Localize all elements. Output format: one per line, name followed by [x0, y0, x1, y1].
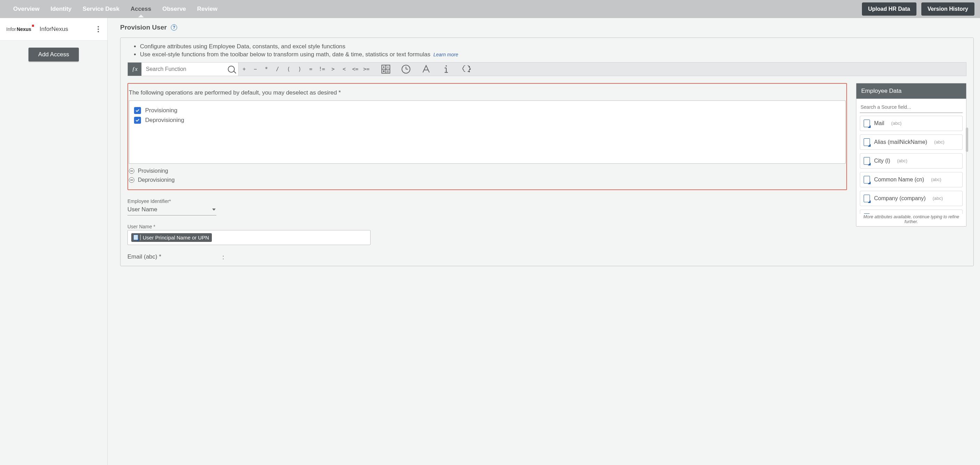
checkbox-label: Provisioning: [145, 107, 177, 114]
emp-item-type: (abc): [897, 158, 907, 163]
learn-more-link[interactable]: Learn more: [433, 52, 458, 58]
operators: + − * / ( ) = != > < <= >=: [239, 62, 372, 76]
op-gt[interactable]: >: [328, 66, 339, 72]
scrollbar-thumb[interactable]: [966, 128, 968, 152]
emp-item-name: Common Name (cn): [874, 177, 924, 183]
function-search-input[interactable]: [142, 62, 228, 76]
employee-identifier-select[interactable]: User Name: [127, 205, 216, 216]
emp-item-mail[interactable]: Mail (abc): [860, 116, 963, 131]
checkbox-deprovisioning[interactable]: Deprovisioning: [134, 115, 840, 125]
nav-tabs: Overview Identity Service Desk Access Ob…: [8, 1, 860, 18]
attribute-icon: [864, 213, 870, 214]
employee-data-footer: More attributes available, continue typi…: [856, 214, 966, 226]
remove-icon: [129, 177, 134, 183]
tab-access[interactable]: Access: [126, 1, 156, 18]
op-lte[interactable]: <=: [350, 66, 361, 72]
version-history-button[interactable]: Version History: [921, 2, 974, 16]
fx-icon: ƒx: [128, 62, 142, 76]
op-neq[interactable]: !=: [317, 66, 328, 72]
employee-data-search-input[interactable]: [860, 102, 963, 113]
attribute-icon: [134, 235, 138, 240]
checkbox-icon: [134, 107, 141, 114]
op-mult[interactable]: *: [261, 66, 272, 72]
info-icon[interactable]: [441, 64, 451, 74]
info-line-2: Use excel-style functions from the toolb…: [140, 51, 966, 59]
operations-checkbox-area: Provisioning Deprovisioning: [129, 101, 846, 164]
employee-identifier-label: Employee Identifier*: [127, 198, 847, 204]
math-grid-icon[interactable]: [381, 64, 391, 74]
logo-dot-icon: [32, 25, 34, 27]
svg-point-18: [469, 66, 469, 67]
attribute-icon: [864, 157, 870, 165]
checkbox-icon: [134, 117, 141, 124]
remove-icon: [129, 168, 134, 174]
emp-item-name: Company (company): [874, 195, 926, 201]
upload-hr-data-button[interactable]: Upload HR Data: [862, 2, 916, 16]
emp-item-alias[interactable]: Alias (mailNickName) (abc): [860, 134, 963, 150]
svg-point-20: [469, 71, 469, 72]
operations-outline: The following operations are performed b…: [127, 83, 847, 190]
op-eq[interactable]: =: [305, 66, 317, 72]
op-lt[interactable]: <: [339, 66, 350, 72]
infornexus-logo: Infor Nexus: [6, 27, 34, 32]
info-line-2-text: Use excel-style functions from the toolb…: [140, 51, 430, 58]
chip-deprovisioning[interactable]: Deprovisioning: [129, 176, 846, 185]
info-line-1: Configure attributes using Employee Data…: [140, 43, 966, 51]
emp-item-type: (abc): [931, 177, 942, 182]
employee-data-list[interactable]: Mail (abc) Alias (mailNickName) (abc): [856, 113, 966, 214]
config-panel: Configure attributes using Employee Data…: [120, 38, 974, 266]
app-menu-kebab-icon[interactable]: [95, 26, 102, 32]
chip-provisioning[interactable]: Provisioning: [129, 166, 846, 176]
text-icon[interactable]: [421, 64, 431, 74]
attribute-icon: [864, 138, 870, 146]
tab-identity[interactable]: Identity: [46, 1, 76, 18]
emp-item-company[interactable]: Company (company) (abc): [860, 191, 963, 206]
op-rparen[interactable]: ): [294, 66, 305, 72]
emp-item-type: (abc): [934, 139, 945, 145]
emp-item-country-code[interactable]: Country Code (c) (abc): [860, 209, 963, 214]
emp-item-type: (abc): [933, 196, 943, 201]
svg-point-19: [469, 69, 470, 70]
clock-icon[interactable]: [401, 64, 411, 74]
user-name-token[interactable]: User Principal Name or UPN: [131, 233, 212, 242]
chip-label: Deprovisioning: [138, 177, 175, 183]
logo-text-bold: Nexus: [17, 27, 31, 32]
checkbox-provisioning[interactable]: Provisioning: [134, 105, 840, 115]
employee-data-panel: Employee Data Mail (abc): [856, 83, 966, 227]
tab-observe[interactable]: Observe: [158, 1, 191, 18]
main-content: Provision User ? Configure attributes us…: [108, 18, 980, 465]
help-icon[interactable]: ?: [171, 24, 177, 30]
op-div[interactable]: /: [272, 66, 283, 72]
tab-overview[interactable]: Overview: [8, 1, 45, 18]
emp-item-name: Alias (mailNickName): [874, 139, 927, 145]
sidebar: Infor Nexus InforNexus Add Access: [0, 18, 108, 465]
op-lparen[interactable]: (: [283, 66, 294, 72]
emp-item-type: (abc): [891, 121, 902, 126]
chevron-down-icon: [212, 209, 216, 211]
top-nav: Overview Identity Service Desk Access Ob…: [0, 0, 980, 18]
app-name: InforNexus: [40, 26, 95, 33]
app-row[interactable]: Infor Nexus InforNexus: [0, 18, 107, 41]
add-access-button[interactable]: Add Access: [29, 48, 79, 62]
tab-review[interactable]: Review: [192, 1, 223, 18]
attribute-icon: [864, 176, 870, 184]
tab-service-desk[interactable]: Service Desk: [78, 1, 124, 18]
emp-item-cn[interactable]: Common Name (cn) (abc): [860, 172, 963, 187]
attribute-icon: [864, 120, 870, 127]
svg-point-14: [445, 66, 447, 67]
operations-intro: The following operations are performed b…: [129, 89, 846, 101]
email-colon: :: [163, 254, 224, 261]
brain-icon[interactable]: [461, 64, 471, 74]
checkbox-label: Deprovisioning: [145, 117, 184, 124]
op-plus[interactable]: +: [239, 66, 250, 72]
employee-identifier-value: User Name: [127, 206, 158, 213]
page-title: Provision User: [120, 24, 167, 31]
emp-item-city[interactable]: City (l) (abc): [860, 153, 963, 169]
chip-label: Provisioning: [138, 168, 168, 174]
info-list: Configure attributes using Employee Data…: [127, 43, 966, 59]
op-gte[interactable]: >=: [361, 66, 372, 72]
user-name-input[interactable]: User Principal Name or UPN: [127, 230, 371, 245]
token-text: User Principal Name or UPN: [143, 235, 209, 240]
op-minus[interactable]: −: [250, 66, 261, 72]
search-icon[interactable]: [228, 66, 235, 73]
